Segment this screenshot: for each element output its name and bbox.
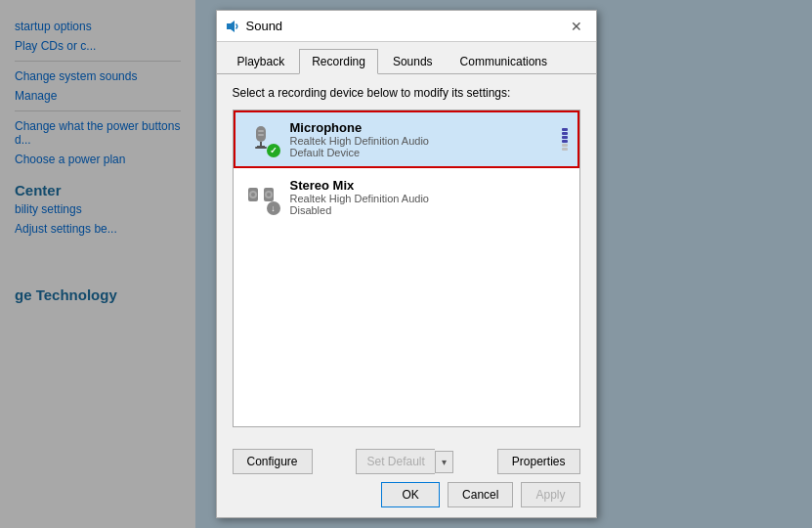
svg-point-9 [251, 193, 255, 197]
tab-playback[interactable]: Playback [225, 49, 298, 74]
microphone-info: Microphone Realtek High Definition Audio… [290, 120, 562, 158]
svg-marker-0 [227, 21, 235, 32]
title-bar: Sound ✕ [217, 11, 596, 42]
tab-recording[interactable]: Recording [299, 49, 378, 74]
svg-point-12 [267, 193, 271, 197]
device-list: ✓ Microphone Realtek High Definition Aud… [233, 110, 580, 427]
close-button[interactable]: ✕ [565, 15, 588, 38]
stereo-mix-status: Disabled [290, 204, 568, 216]
tab-bar: Playback Recording Sounds Communications [217, 42, 596, 74]
sound-dialog-icon [225, 19, 240, 34]
svg-rect-2 [260, 142, 262, 146]
apply-button[interactable]: Apply [521, 482, 579, 507]
dialog-footer: Configure Set Default ▾ Properties OK Ca… [217, 439, 596, 517]
sound-dialog: Sound ✕ Playback Recording Sounds Commun… [216, 10, 597, 518]
microphone-level-bars [562, 120, 568, 158]
stereo-mix-name: Stereo Mix [290, 178, 568, 193]
configure-button[interactable]: Configure [233, 449, 313, 474]
footer-row-buttons: Configure Set Default ▾ Properties [233, 449, 580, 474]
properties-button[interactable]: Properties [497, 449, 580, 474]
device-item-microphone[interactable]: ✓ Microphone Realtek High Definition Aud… [234, 110, 579, 168]
stereo-mix-info: Stereo Mix Realtek High Definition Audio… [290, 178, 568, 216]
microphone-status: Default Device [290, 147, 562, 158]
cancel-button[interactable]: Cancel [448, 482, 513, 507]
set-default-group: Set Default ▾ [356, 449, 452, 474]
default-device-badge: ✓ [267, 144, 280, 157]
microphone-driver: Realtek High Definition Audio [290, 135, 562, 147]
dialog-overlay: Sound ✕ Playback Recording Sounds Commun… [0, 0, 812, 528]
microphone-name: Microphone [290, 120, 562, 135]
stereo-mix-driver: Realtek High Definition Audio [290, 193, 568, 204]
disabled-badge: ↓ [267, 201, 280, 215]
instruction-text: Select a recording device below to modif… [233, 86, 580, 100]
svg-rect-6 [258, 134, 264, 136]
tab-sounds[interactable]: Sounds [380, 49, 446, 74]
svg-rect-5 [258, 130, 264, 132]
dialog-title: Sound [246, 19, 565, 33]
ok-button[interactable]: OK [381, 482, 440, 507]
set-default-button[interactable]: Set Default [356, 449, 434, 474]
speaker-icon [225, 19, 240, 34]
tab-communications[interactable]: Communications [448, 49, 560, 74]
set-default-arrow-button[interactable]: ▾ [435, 451, 453, 473]
svg-rect-3 [255, 147, 267, 149]
stereo-mix-icon-wrap: ↓ [245, 180, 280, 215]
dialog-body: Select a recording device below to modif… [217, 74, 596, 439]
microphone-icon-wrap: ✓ [245, 122, 280, 157]
footer-row-ok-cancel: OK Cancel Apply [233, 482, 580, 507]
device-item-stereo-mix[interactable]: ↓ Stereo Mix Realtek High Definition Aud… [234, 168, 579, 226]
